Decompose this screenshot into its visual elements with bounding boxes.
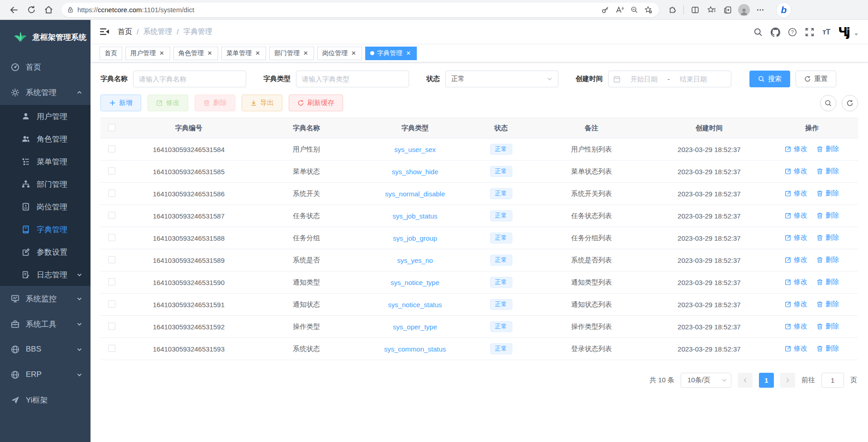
tag-user-mgmt[interactable]: 用户管理✕ — [125, 47, 170, 60]
row-delete-button[interactable]: 删除 — [816, 167, 839, 176]
dict-type-link[interactable]: sys_job_group — [393, 234, 437, 242]
refresh-table-button[interactable] — [842, 95, 858, 111]
row-checkbox[interactable] — [108, 212, 115, 219]
table-row[interactable]: 1641030593246531585 菜单状态 sys_show_hide 正… — [100, 161, 858, 183]
close-icon[interactable]: ✕ — [405, 50, 412, 57]
edit-button[interactable]: 修改 — [148, 95, 188, 111]
app-logo[interactable]: 意框架管理系统 — [0, 20, 91, 54]
row-checkbox[interactable] — [108, 323, 115, 330]
table-row[interactable]: 1641030593246531588 任务分组 sys_job_group 正… — [100, 227, 858, 249]
sidebar-item-departments[interactable]: 部门管理 — [0, 173, 91, 195]
caret-down-icon[interactable] — [854, 32, 859, 37]
sidebar-item-erp[interactable]: ERP — [0, 362, 91, 387]
sidebar-item-home[interactable]: 首页 — [0, 54, 91, 80]
table-row[interactable]: 1641030593246531592 操作类型 sys_oper_type 正… — [100, 316, 858, 338]
dict-type-link[interactable]: sys_show_hide — [392, 168, 439, 176]
row-checkbox[interactable] — [108, 300, 115, 308]
lock-icon[interactable] — [67, 6, 74, 13]
select-all-checkbox[interactable] — [108, 124, 115, 131]
breadcrumb-home[interactable]: 首页 — [118, 27, 132, 37]
tag-menu-mgmt[interactable]: 菜单管理✕ — [221, 47, 266, 60]
tag-home[interactable]: 首页 — [100, 47, 122, 60]
table-row[interactable]: 1641030593246531584 用户性别 sys_user_sex 正常… — [100, 138, 858, 161]
close-icon[interactable]: ✕ — [302, 50, 309, 57]
more-menu-icon[interactable] — [753, 2, 768, 18]
delete-button[interactable]: 删除 — [195, 95, 235, 111]
close-icon[interactable]: ✕ — [254, 50, 261, 57]
row-delete-button[interactable]: 删除 — [816, 145, 839, 153]
sidebar-item-bbs[interactable]: BBS — [0, 337, 91, 362]
collections-icon[interactable] — [720, 2, 735, 18]
table-row[interactable]: 1641030593246531591 通知状态 sys_notice_stat… — [100, 294, 858, 316]
tag-dept-mgmt[interactable]: 部门管理✕ — [269, 47, 314, 60]
favorites-star-icon[interactable] — [704, 2, 719, 18]
sidebar-item-tools[interactable]: 系统工具 — [0, 311, 91, 337]
github-icon[interactable] — [771, 28, 780, 37]
dict-type-link[interactable]: sys_notice_status — [388, 301, 442, 309]
add-button[interactable]: 新增 — [100, 95, 141, 111]
toggle-search-button[interactable] — [820, 95, 836, 111]
row-delete-button[interactable]: 删除 — [816, 189, 839, 198]
password-key-icon[interactable] — [598, 3, 612, 17]
breadcrumb-system[interactable]: 系统管理 — [143, 27, 172, 37]
date-range-picker[interactable]: - — [608, 71, 731, 87]
add-favorite-star-icon[interactable] — [642, 3, 655, 17]
dict-type-link[interactable]: sys_common_status — [384, 345, 446, 353]
row-edit-button[interactable]: 修改 — [785, 145, 807, 153]
help-question-icon[interactable]: ? — [788, 28, 797, 37]
fullscreen-icon[interactable] — [805, 28, 814, 37]
close-icon[interactable]: ✕ — [206, 50, 213, 57]
back-icon[interactable] — [6, 2, 22, 18]
table-row[interactable]: 1641030593246531590 通知类型 sys_notice_type… — [100, 271, 858, 294]
refresh-icon[interactable] — [24, 2, 39, 18]
home-icon[interactable] — [41, 2, 56, 18]
table-row[interactable]: 1641030593246531589 系统是否 sys_yes_no 正常 系… — [100, 249, 858, 271]
sidebar-item-dictionary[interactable]: 字典管理 — [0, 218, 91, 241]
page-size-select[interactable]: 10条/页 — [681, 373, 731, 388]
extensions-puzzle-icon[interactable] — [664, 2, 680, 18]
row-checkbox[interactable] — [108, 256, 115, 263]
search-button[interactable]: 搜索 — [749, 71, 790, 87]
refresh-cache-button[interactable]: 刷新缓存 — [289, 95, 343, 111]
row-delete-button[interactable]: 删除 — [816, 211, 839, 220]
zoom-out-icon[interactable] — [627, 3, 641, 17]
status-select[interactable]: 正常 — [445, 71, 558, 87]
row-edit-button[interactable]: 修改 — [785, 233, 807, 242]
row-checkbox[interactable] — [108, 345, 115, 352]
dict-name-input[interactable] — [133, 71, 246, 87]
dict-type-link[interactable]: sys_yes_no — [397, 257, 433, 264]
row-edit-button[interactable]: 修改 — [785, 344, 807, 353]
address-bar[interactable]: https://ccnetcore.com:1101/system/dict — [62, 3, 659, 17]
close-icon[interactable]: ✕ — [158, 50, 165, 57]
profile-avatar[interactable] — [736, 2, 752, 18]
row-checkbox[interactable] — [108, 190, 115, 197]
dict-type-input[interactable] — [296, 71, 409, 87]
end-date-input[interactable] — [673, 75, 713, 83]
row-checkbox[interactable] — [108, 234, 115, 241]
row-edit-button[interactable]: 修改 — [785, 211, 807, 220]
table-row[interactable]: 1641030593246531586 系统开关 sys_normal_disa… — [100, 183, 858, 205]
start-date-input[interactable] — [624, 75, 664, 83]
row-delete-button[interactable]: 删除 — [816, 256, 839, 264]
row-checkbox[interactable] — [108, 278, 115, 285]
row-edit-button[interactable]: 修改 — [785, 300, 807, 309]
font-size-icon[interactable]: ᴛT — [822, 28, 830, 37]
current-page[interactable]: 1 — [759, 373, 774, 388]
goto-page-input[interactable] — [821, 373, 844, 388]
dict-type-link[interactable]: sys_normal_disable — [385, 190, 445, 198]
header-search-icon[interactable] — [754, 28, 763, 37]
close-icon[interactable]: ✕ — [350, 50, 357, 57]
dict-type-link[interactable]: sys_job_status — [392, 212, 437, 220]
sidebar-item-logs[interactable]: 日志管理 — [0, 263, 91, 286]
bing-copilot-icon[interactable]: b — [776, 2, 792, 18]
row-delete-button[interactable]: 删除 — [816, 300, 839, 309]
row-edit-button[interactable]: 修改 — [785, 256, 807, 264]
row-delete-button[interactable]: 删除 — [816, 278, 839, 286]
sidebar-fold-icon[interactable] — [100, 27, 110, 37]
reset-button[interactable]: 重置 — [796, 71, 836, 87]
read-aloud-icon[interactable] — [613, 3, 626, 17]
dict-type-link[interactable]: sys_user_sex — [394, 146, 436, 153]
next-page-button[interactable] — [780, 373, 795, 388]
split-screen-icon[interactable] — [687, 2, 703, 18]
sidebar-item-menus[interactable]: 菜单管理 — [0, 150, 91, 173]
